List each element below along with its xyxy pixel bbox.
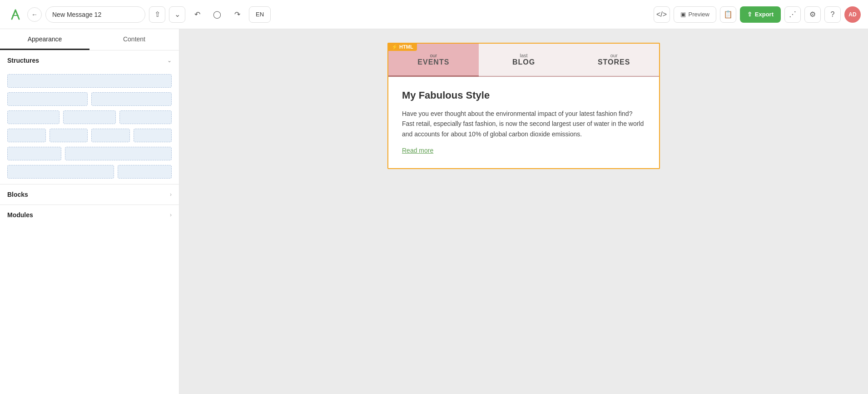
structure-block[interactable] <box>7 165 114 179</box>
export-icon: ⇧ <box>747 11 752 18</box>
structure-row-3 <box>7 110 172 124</box>
structure-block[interactable] <box>7 110 60 124</box>
email-nav-tab-stores[interactable]: our STORES <box>569 44 659 76</box>
nav-tab-sub-events: our <box>393 53 474 58</box>
logo <box>7 6 24 23</box>
email-nav-tab-blog[interactable]: last BLOG <box>479 44 569 76</box>
structure-block[interactable] <box>7 92 88 106</box>
nav-tab-main-blog: BLOG <box>483 58 565 66</box>
back-button[interactable]: ← <box>27 7 42 22</box>
html-badge: ⚡ HTML <box>388 43 417 51</box>
structures-chevron-icon: ⌄ <box>167 57 172 64</box>
help-button[interactable]: ? <box>824 6 841 23</box>
code-button[interactable]: </> <box>654 6 670 23</box>
blocks-section-header[interactable]: Blocks › <box>0 185 179 204</box>
history-button[interactable]: ◯ <box>209 6 225 23</box>
blocks-label: Blocks <box>7 191 28 198</box>
structure-block[interactable] <box>63 110 115 124</box>
preview-button[interactable]: ▣ Preview <box>674 6 716 23</box>
avatar: AD <box>844 6 861 23</box>
sidebar-tabs: Appearance Content <box>0 29 179 50</box>
settings-button[interactable]: ⚙ <box>804 6 821 23</box>
title-input[interactable] <box>45 6 145 23</box>
structure-row-1 <box>7 74 172 88</box>
structure-block[interactable] <box>134 129 172 142</box>
canvas-area: ⚡ HTML our EVENTS last BLOG our STORES M… <box>179 29 868 394</box>
main-layout: Appearance Content Structures ⌄ <box>0 29 868 394</box>
structure-block[interactable] <box>7 129 46 142</box>
blocks-section: Blocks › <box>0 184 179 204</box>
sidebar: Appearance Content Structures ⌄ <box>0 29 179 394</box>
dropdown-button[interactable]: ⌄ <box>169 6 185 23</box>
structure-block[interactable] <box>118 165 172 179</box>
upload-button[interactable]: ⇧ <box>149 6 165 23</box>
tab-appearance[interactable]: Appearance <box>0 29 89 50</box>
redo-button[interactable]: ↷ <box>229 6 245 23</box>
nav-tab-main-stores: STORES <box>573 58 655 66</box>
modules-section-header[interactable]: Modules › <box>0 205 179 225</box>
share-button[interactable]: ⋰ <box>784 6 801 23</box>
modules-section: Modules › <box>0 204 179 225</box>
read-more-link[interactable]: Read more <box>402 147 433 154</box>
blocks-chevron-icon: › <box>170 191 172 198</box>
structure-block[interactable] <box>7 147 61 160</box>
nav-tab-main-events: EVENTS <box>393 58 474 66</box>
structures-label: Structures <box>7 57 39 64</box>
modules-chevron-icon: › <box>170 212 172 218</box>
tab-content[interactable]: Content <box>89 29 179 50</box>
preview-icon: ▣ <box>680 11 686 18</box>
structure-row-5 <box>7 147 172 160</box>
structure-block[interactable] <box>91 129 130 142</box>
topbar-right: </> ▣ Preview 📋 ⇧ Export ⋰ ⚙ ? AD <box>654 6 861 23</box>
email-body: Have you ever thought about the environm… <box>402 109 645 139</box>
structures-section-header[interactable]: Structures ⌄ <box>0 50 179 70</box>
email-content: My Fabulous Style Have you ever thought … <box>388 77 659 168</box>
modules-label: Modules <box>7 211 33 219</box>
structure-block[interactable] <box>119 110 172 124</box>
undo-button[interactable]: ↶ <box>189 6 205 23</box>
email-title: My Fabulous Style <box>402 90 645 101</box>
nav-tab-sub-blog: last <box>483 53 565 58</box>
structure-row-4 <box>7 129 172 142</box>
structure-block[interactable] <box>65 147 172 160</box>
structure-block[interactable] <box>50 129 88 142</box>
structure-block[interactable] <box>7 74 172 88</box>
language-selector[interactable]: EN <box>249 6 271 23</box>
structures-grid <box>0 70 179 184</box>
nav-tab-sub-stores: our <box>573 53 655 58</box>
clipboard-button[interactable]: 📋 <box>720 6 736 23</box>
structure-row-2 <box>7 92 172 106</box>
structure-block[interactable] <box>91 92 172 106</box>
structure-row-6 <box>7 165 172 179</box>
email-preview: ⚡ HTML our EVENTS last BLOG our STORES M… <box>387 43 660 169</box>
export-button[interactable]: ⇧ Export <box>740 6 781 23</box>
topbar: ← ⇧ ⌄ ↶ ◯ ↷ EN </> ▣ Preview 📋 ⇧ Export … <box>0 0 868 29</box>
email-nav: our EVENTS last BLOG our STORES <box>388 44 659 77</box>
